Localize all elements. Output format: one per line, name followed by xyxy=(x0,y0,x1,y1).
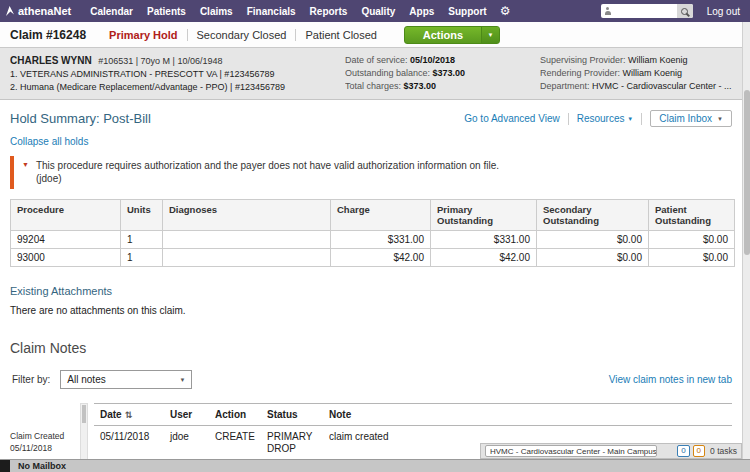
global-search[interactable] xyxy=(601,4,693,18)
table-cell: CREATE xyxy=(209,426,261,460)
table-cell: 93000 xyxy=(11,249,121,267)
patient-meta: #106531 | 70yo M | 10/06/1948 xyxy=(98,56,222,66)
outstanding-label: Outstanding balance: xyxy=(345,68,430,78)
nav-item-financials[interactable]: Financials xyxy=(240,6,303,17)
caret-down-icon: ▼ xyxy=(627,116,633,122)
advanced-view-link[interactable]: Go to Advanced View xyxy=(456,113,567,124)
table-cell: 99204 xyxy=(11,231,121,249)
table-cell xyxy=(163,231,331,249)
alert-collapse-icon[interactable]: ▼ xyxy=(22,159,29,171)
resources-link[interactable]: Resources ▼ xyxy=(569,113,642,124)
procedure-row: 99204 1 $331.00 $331.00 $0.00 $0.00 xyxy=(11,231,735,249)
charges-label: Total charges: xyxy=(345,81,401,91)
nav-item-apps[interactable]: Apps xyxy=(402,6,441,17)
nav-item-quality[interactable]: Quality xyxy=(354,6,402,17)
department-select[interactable]: HVMC - Cardiovascular Center - Main Camp… xyxy=(485,445,657,457)
collapse-all-holds-link[interactable]: Collapse all holds xyxy=(10,136,88,147)
supervising-value: William Koenig xyxy=(628,55,688,65)
resources-label: Resources xyxy=(577,113,625,124)
procedures-header-row: Procedure Units Diagnoses Charge Primary… xyxy=(11,200,735,231)
date-header-label: Date xyxy=(100,409,122,420)
col-secondary-outstanding: Secondary Outstanding xyxy=(537,200,649,231)
hold-summary-title: Hold Summary: Post-Bill xyxy=(10,111,151,126)
brand-name: athenaNet xyxy=(18,5,71,17)
nav-item-calendar[interactable]: Calendar xyxy=(83,6,140,17)
notes-scrollbar[interactable] xyxy=(80,403,88,459)
col-diagnoses: Diagnoses xyxy=(163,200,331,231)
badge-orange[interactable]: 0 xyxy=(693,445,705,457)
athena-logo[interactable]: athenaNet xyxy=(6,5,71,17)
rendering-label: Rendering Provider: xyxy=(540,68,620,78)
dos-value: 05/10/2018 xyxy=(410,55,455,65)
patient-name: CHARLES WYNN xyxy=(10,55,92,66)
table-cell: $42.00 xyxy=(431,249,537,267)
divider xyxy=(641,113,642,125)
search-input[interactable] xyxy=(612,5,677,17)
badge-blue[interactable]: 0 xyxy=(677,445,689,457)
mailbox-status: No Mailbox xyxy=(18,461,66,471)
table-cell: $0.00 xyxy=(649,231,735,249)
hold-summary-header: Hold Summary: Post-Bill Go to Advanced V… xyxy=(10,110,732,127)
status-badges: 0 0 0 tasks xyxy=(677,445,737,457)
tasks-link[interactable]: 0 tasks xyxy=(710,446,737,456)
notes-filter-select[interactable]: All notes ▼ xyxy=(60,370,192,389)
alert-text: This procedure requires authorization an… xyxy=(36,159,499,172)
table-cell xyxy=(163,249,331,267)
patient-info-bar: CHARLES WYNN #106531 | 70yo M | 10/06/19… xyxy=(0,48,742,100)
person-icon xyxy=(604,7,612,15)
nav-item-patients[interactable]: Patients xyxy=(140,6,193,17)
rendering-value: William Koenig xyxy=(623,68,683,78)
logout-link[interactable]: Log out xyxy=(707,6,740,17)
nav-item-claims[interactable]: Claims xyxy=(193,6,240,17)
table-cell: PRIMARY DROP xyxy=(261,426,323,460)
nav-item-reports[interactable]: Reports xyxy=(303,6,355,17)
col-procedure: Procedure xyxy=(11,200,121,231)
gear-icon[interactable]: ⚙ xyxy=(494,4,517,18)
main-content: Hold Summary: Post-Bill Go to Advanced V… xyxy=(0,100,742,459)
dos-label: Date of service: xyxy=(345,55,408,65)
department-label: Department: xyxy=(540,81,590,91)
notes-filter-row: Filter by: All notes ▼ View claim notes … xyxy=(10,370,732,389)
notes-gutter: Claim Created 05/11/2018 xyxy=(10,403,80,459)
search-icon xyxy=(681,8,688,15)
athenanet-claim-page: athenaNet Calendar Patients Claims Finan… xyxy=(0,0,750,472)
outstanding-value: $373.00 xyxy=(433,68,466,78)
table-cell: $0.00 xyxy=(537,249,649,267)
col-charge: Charge xyxy=(331,200,431,231)
search-button[interactable] xyxy=(677,4,693,18)
nav-item-support[interactable]: Support xyxy=(441,6,493,17)
sort-icon[interactable]: ⇅ xyxy=(125,410,133,420)
view-notes-new-tab-link[interactable]: View claim notes in new tab xyxy=(609,374,732,385)
claim-amounts-column: Date of service: 05/10/2018 Outstanding … xyxy=(345,54,540,93)
claim-header-bar: Claim #16248 Primary Hold Secondary Clos… xyxy=(0,22,742,48)
department-value: HVMC - Cardiovascular Center - ... xyxy=(592,81,732,91)
table-cell: 1 xyxy=(121,249,163,267)
notes-header-row: Date⇅ User Action Status Note xyxy=(94,404,732,426)
col-patient-outstanding: Patient Outstanding xyxy=(649,200,735,231)
table-cell: $331.00 xyxy=(431,231,537,249)
status-patient-closed: Patient Closed xyxy=(295,29,386,41)
main-scrollbar-thumb[interactable] xyxy=(744,90,750,255)
alert-user: (jdoe) xyxy=(36,172,724,185)
actions-caret-icon[interactable]: ▼ xyxy=(481,27,499,43)
main-scrollbar[interactable] xyxy=(742,22,750,459)
notes-scrollbar-thumb[interactable] xyxy=(82,405,86,423)
department-value: HVMC - Cardiovascular Center - Main Camp… xyxy=(490,447,657,456)
actions-button[interactable]: Actions ▼ xyxy=(404,26,500,44)
notes-col-date[interactable]: Date⇅ xyxy=(94,404,164,426)
claim-inbox-label: Claim Inbox xyxy=(659,113,712,124)
gutter-date: 05/11/2018 xyxy=(10,442,80,454)
hold-alert: ▼ This procedure requires authorization … xyxy=(10,156,732,189)
table-cell: 1 xyxy=(121,231,163,249)
notes-col-action: Action xyxy=(209,404,261,426)
status-secondary-closed: Secondary Closed xyxy=(187,29,296,41)
table-cell: $0.00 xyxy=(649,249,735,267)
procedure-row: 93000 1 $42.00 $42.00 $0.00 $0.00 xyxy=(11,249,735,267)
attachments-empty-text: There are no attachments on this claim. xyxy=(10,305,732,316)
insurance-secondary: 2. Humana (Medicare Replacement/Advantag… xyxy=(10,81,345,94)
patient-column: CHARLES WYNN #106531 | 70yo M | 10/06/19… xyxy=(10,54,345,93)
claim-inbox-button[interactable]: Claim Inbox▼ xyxy=(650,110,732,127)
status-bar: No Mailbox xyxy=(0,459,750,472)
col-primary-outstanding: Primary Outstanding xyxy=(431,200,537,231)
caret-down-icon: ▼ xyxy=(717,116,723,122)
